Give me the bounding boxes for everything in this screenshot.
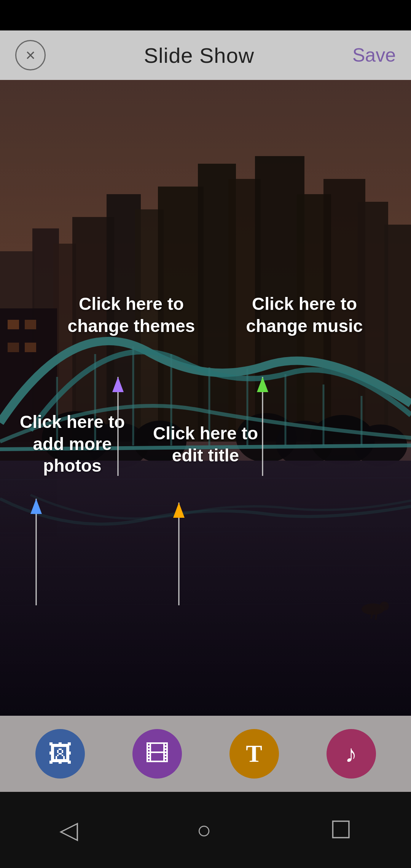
music-icon: ♪ xyxy=(345,740,357,768)
svg-marker-55 xyxy=(173,503,185,518)
add-photos-button[interactable]: 🖼 xyxy=(35,729,85,779)
back-button[interactable]: ◁ xyxy=(59,816,78,844)
close-button[interactable]: × xyxy=(15,40,46,70)
photos-icon: 🖼 xyxy=(48,740,72,768)
change-themes-button[interactable]: 🎞 xyxy=(132,729,182,779)
save-button[interactable]: Save xyxy=(352,44,396,66)
recent-icon: ☐ xyxy=(330,816,352,844)
arrow-music xyxy=(255,377,270,483)
bottom-toolbar: 🖼 🎞 T ♪ xyxy=(0,716,411,792)
annotation-change-themes: Click here to change themes xyxy=(63,293,200,337)
svg-line-47 xyxy=(376,612,377,620)
change-music-button[interactable]: ♪ xyxy=(327,729,376,779)
annotation-change-music: Click here to change music xyxy=(228,293,381,337)
city-background-svg xyxy=(0,80,411,720)
top-nav: × Slide Show Save xyxy=(0,30,411,80)
recent-button[interactable]: ☐ xyxy=(330,816,352,844)
svg-marker-51 xyxy=(257,377,268,392)
close-icon: × xyxy=(25,47,35,64)
svg-point-45 xyxy=(380,602,389,611)
themes-icon: 🎞 xyxy=(145,740,169,768)
page-title: Slide Show xyxy=(144,43,254,68)
svg-marker-53 xyxy=(30,499,42,514)
navigation-bar: ◁ ○ ☐ xyxy=(0,792,411,868)
arrow-photos xyxy=(29,499,44,613)
home-icon: ○ xyxy=(197,816,212,844)
svg-marker-49 xyxy=(112,377,124,392)
title-icon: T xyxy=(246,740,262,768)
arrow-title xyxy=(171,503,186,613)
status-bar xyxy=(0,0,411,30)
home-button[interactable]: ○ xyxy=(197,816,212,844)
svg-rect-43 xyxy=(0,80,411,720)
annotation-edit-title: Click here to edit title xyxy=(148,423,263,466)
edit-title-button[interactable]: T xyxy=(229,729,279,779)
main-image-area: Click here to change themes Click here t… xyxy=(0,80,411,720)
arrow-themes xyxy=(110,377,126,483)
back-icon: ◁ xyxy=(59,816,78,844)
